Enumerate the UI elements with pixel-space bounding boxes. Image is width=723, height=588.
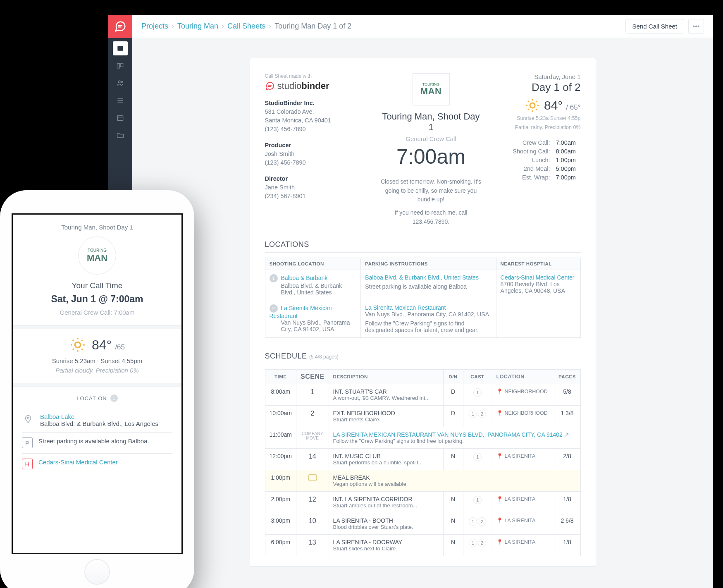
crew-call-time: 7:00am [381, 145, 482, 169]
pin-icon: 📍 [496, 389, 503, 394]
phone-title: Touring Man, Shoot Day 1 [22, 224, 172, 231]
schedule-row[interactable]: 6:00pm 13 LA SIRENITA - DOORWAYStuart sl… [265, 535, 580, 556]
phone-screen: Touring Man, Shoot Day 1 TOURING MAN You… [12, 213, 183, 554]
chevron-right-icon: › [269, 22, 271, 31]
pin-icon: 📍 [496, 410, 503, 416]
schedule-row[interactable]: 12:00pm 14 INT. MUSIC CLUBStuart perform… [265, 449, 580, 470]
made-with-label: Call Sheet made with [265, 73, 372, 79]
crew-call-label: General Crew Call [381, 135, 482, 142]
title-column: TOURINGMAN Touring Man, Shoot Day 1 Gene… [381, 73, 482, 226]
pin-icon: 📍 [496, 453, 503, 459]
sheet-note-1: Closed set tomorrow. Non-smoking. It's g… [381, 177, 482, 204]
hospital-cell: Cedars-Sinai Medical Center8700 Beverly … [496, 270, 580, 338]
company-name: StudioBinder Inc. [265, 99, 372, 108]
svg-rect-4 [121, 63, 123, 67]
your-call-time-value: Sat, Jun 1 @ 7:00am [22, 294, 172, 305]
schedule-row[interactable]: 1:00pm MEAL BREAKVegan options will be a… [265, 470, 580, 492]
schedule-row[interactable]: 11:00am COMPANY MOVE LA SIRENITA MEXICAN… [265, 427, 580, 449]
producer-label: Producer [265, 141, 372, 150]
svg-point-6 [121, 81, 123, 83]
sunrise-sunset: Sunrise 5:23a Sunset 4:55p [490, 115, 581, 122]
shoot-day-title: Touring Man, Shoot Day 1 [381, 111, 482, 133]
sun-icon [525, 98, 540, 113]
sheet-note-2: If you need to reach me, call 123.456.78… [381, 208, 482, 226]
svg-rect-3 [117, 63, 120, 68]
breadcrumb-projects[interactable]: Projects [141, 22, 168, 31]
meal-icon [308, 474, 317, 481]
svg-point-25 [75, 342, 80, 347]
phone-parking-row[interactable]: P Street parking is available along Balb… [22, 432, 172, 453]
phone-hospital-row[interactable]: H Cedars-Sinai Medical Center [22, 453, 172, 474]
svg-line-28 [73, 340, 74, 341]
weather-note: Partial rainy. Precipiation 0% [490, 124, 581, 131]
svg-line-24 [536, 101, 537, 102]
parking-icon: P [22, 437, 33, 448]
times-list: Crew Call:7:00amShooting Call:8:00amLunc… [490, 139, 581, 181]
location-row: 2La Sirenita Mexican RestaurantVan Nuys … [265, 300, 361, 338]
page-body: Call Sheet made with studiobinder Studio… [132, 38, 713, 588]
schedule-row[interactable]: 3:00pm 10 LA SIRENITA - BOOTHBlood dribb… [265, 513, 580, 535]
breadcrumb-current: Touring Man Day 1 of 2 [274, 22, 351, 31]
schedule-row[interactable]: 2:00pm 12 INT. LA SIRENITA CORRIDORStuar… [265, 492, 580, 513]
nav-board-icon[interactable] [113, 59, 128, 73]
schedule-row[interactable]: 10:00am 2 EXT. NEIGHBORHOODStuart meets … [265, 406, 580, 427]
locations-title: LOCATIONS [265, 240, 581, 253]
temp-low: / 65° [566, 103, 580, 112]
svg-line-23 [528, 109, 529, 110]
date-label: Saturday, June 1 [490, 73, 581, 80]
phone-poster: TOURING MAN [78, 237, 116, 275]
svg-line-32 [73, 349, 74, 350]
day-column: Saturday, June 1 Day 1 of 2 84°/ 65° Sun… [490, 73, 581, 226]
your-call-time-label: Your Call Time [22, 281, 172, 290]
breadcrumb-section[interactable]: Call Sheets [227, 22, 265, 31]
company-column: Call Sheet made with studiobinder Studio… [265, 73, 372, 226]
ellipsis-icon: ••• [693, 23, 700, 30]
svg-point-5 [118, 81, 120, 83]
svg-point-34 [27, 417, 29, 419]
svg-line-29 [81, 349, 82, 350]
locations-table: SHOOTING LOCATION PARKING INSTRUCTIONS N… [265, 258, 581, 338]
breadcrumb-project[interactable]: Touring Man [177, 22, 218, 31]
temp-high: 84° [544, 98, 563, 112]
svg-line-19 [528, 101, 529, 102]
chat-icon [265, 81, 275, 91]
svg-line-33 [81, 340, 82, 341]
phone-location-title: LOCATION 1 [22, 387, 172, 408]
director-label: Director [265, 174, 372, 183]
schedule-title: SCHEDULE (5 4/8 pages) [265, 352, 581, 364]
svg-rect-2 [117, 46, 123, 51]
svg-point-16 [530, 103, 535, 108]
phone-general-crew-call: General Crew Call: 7:00am [22, 309, 172, 325]
schedule-row[interactable]: 8:00am 1 INT. STUART'S CARA worn-out, '9… [265, 384, 580, 406]
phone-home-button[interactable] [84, 559, 110, 585]
location-row: 1Balboa & BurbankBalboa Blvd. & Burbank … [265, 270, 361, 300]
pin-icon [22, 413, 34, 425]
nav-project-icon[interactable] [113, 41, 128, 55]
nav-calendar-icon[interactable] [113, 111, 128, 125]
phone-mock: Touring Man, Shoot Day 1 TOURING MAN You… [0, 190, 194, 588]
pin-icon: 📍 [496, 518, 503, 523]
phone-weather-note: Partial cloudy. Precipiation 0% [22, 367, 172, 383]
more-menu-button[interactable]: ••• [688, 19, 704, 34]
topbar: Projects › Touring Man › Call Sheets › T… [132, 15, 713, 38]
app-window: Projects › Touring Man › Call Sheets › T… [108, 15, 713, 588]
breadcrumb: Projects › Touring Man › Call Sheets › T… [141, 22, 351, 31]
nav-list-icon[interactable] [113, 93, 128, 108]
chevron-right-icon: › [222, 22, 224, 31]
nav-people-icon[interactable] [113, 76, 128, 90]
studiobinder-logo: studiobinder [265, 81, 372, 91]
schedule-table: TIME SCENE DESCRIPTION D/N CAST LOCATION… [265, 369, 581, 556]
nav-folder-icon[interactable] [113, 128, 128, 142]
call-sheet: Call Sheet made with studiobinder Studio… [250, 58, 596, 566]
chevron-right-icon: › [172, 22, 174, 31]
svg-line-20 [536, 109, 537, 110]
send-call-sheet-button[interactable]: Send Call Sheet [625, 19, 684, 33]
phone-location-row[interactable]: Balboa Lake Balboa Blvd. & Burbank Blvd.… [22, 408, 172, 432]
sun-icon [69, 337, 86, 353]
app-logo[interactable] [108, 15, 132, 38]
svg-rect-10 [117, 115, 123, 121]
hospital-icon: H [22, 459, 33, 469]
pin-icon: 📍 [496, 496, 503, 502]
pin-icon: 📍 [496, 539, 503, 545]
project-poster: TOURINGMAN [413, 73, 450, 105]
